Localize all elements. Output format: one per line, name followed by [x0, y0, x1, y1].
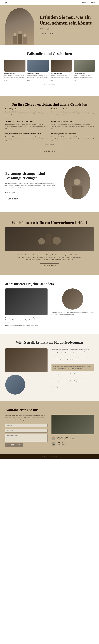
- principle-4: Es gibt keinen Platz für Ego Fuhr währen…: [51, 120, 94, 129]
- case-card-image-2: [28, 60, 49, 72]
- help-cta-button[interactable]: BEGINNE JETZT: [40, 264, 59, 267]
- case-card-text-2: Lorem ipsum dolor. Click to edit. Das is…: [28, 75, 49, 78]
- contact-info: 📍 Unser Betriebsort Nr. 1, Straße 1, Col…: [51, 436, 94, 446]
- projects-left: Lorem ipsum dolor sit amet, consectetur …: [5, 288, 48, 327]
- case-card-image-1: [4, 60, 26, 72]
- contact-location-item: 📍 Unser Betriebsort Nr. 1, Straße 1, Col…: [51, 436, 94, 440]
- case-card-more-2[interactable]: mehr: [28, 80, 30, 81]
- contact-submit-button[interactable]: SENDE JETZT: [5, 443, 23, 447]
- contact-phone-number: +94 11 427 4477: [57, 444, 67, 445]
- consulting-cta-button[interactable]: LERNE MEHR: [5, 197, 21, 201]
- contact-name-input[interactable]: [5, 424, 48, 428]
- hero-content: Erfinden Sie neu, was Ihr Unternehmen se…: [40, 14, 94, 36]
- challenges-title: Wir lösen die kritischsten Herausforderu…: [5, 340, 94, 344]
- hero-image: [5, 8, 34, 45]
- navbar: logo Home About Us: [0, 0, 99, 6]
- contact-right: 📍 Unser Betriebsort Nr. 1, Straße 1, Col…: [51, 414, 94, 448]
- principles-grid: Ratschläge müssen umsetzbar sein Fuhr wä…: [5, 108, 94, 142]
- challenge-circle-image: [5, 375, 25, 394]
- case-card-1: Beispielüberschrift Lorem ipsum dolor. C…: [4, 60, 26, 81]
- consulting-subtitle: Bitte von Foggle: [5, 191, 55, 194]
- contact-phone-item: 📞 Telefon Nummer +94 11 427 4477: [51, 442, 94, 446]
- case-card-more-1[interactable]: mehr: [4, 80, 7, 81]
- principle-text-1: Fuhr während der Bearbeitung an und gab,…: [5, 111, 48, 117]
- projects-right-sub: Bitte von Foggle: [51, 317, 94, 319]
- case-card-4: Beispielüberschrift Semper ut. Click to …: [74, 60, 95, 81]
- consulting-text: Beratungsleistungen sind Beratungsleistu…: [5, 171, 55, 201]
- nav-link-about[interactable]: About Us: [88, 2, 95, 4]
- principles-cta-button[interactable]: WIE ES GEHT: [41, 149, 58, 153]
- footer: © 2024 All rights reserved: [0, 454, 99, 460]
- case-card-more-3[interactable]: mehr: [51, 80, 53, 81]
- principle-5: Idee, was wir tun, muss einen Mehrwert s…: [5, 132, 48, 142]
- consulting-title: Beratungsleistungen sind Beratungsleistu…: [5, 171, 55, 180]
- projects-title: Jedes unserer Projekte ist anders: [5, 282, 94, 286]
- case-studies-title: Fallstudien und Geschichten: [4, 52, 95, 56]
- help-title: Wie können wir Ihrem Unternehmen helfen?: [5, 220, 94, 225]
- nav-link-home[interactable]: Home: [81, 2, 86, 4]
- principle-text-3: Fuhr während der Bearbeitung an und gab,…: [5, 124, 48, 129]
- principle-6: Erwartungen und Ziele verwalten Fuhr wäh…: [51, 132, 94, 142]
- projects-left-text1: Lorem ipsum dolor sit amet, consectetur …: [5, 317, 48, 323]
- case-studies-subtitle: Bitte von Foggle: [4, 84, 95, 86]
- phone-icon: 📞: [51, 442, 55, 446]
- consulting-text-body: Duis aute irure dolor in reprehenderit i…: [5, 182, 55, 189]
- contact-form: SENDE JETZT: [5, 424, 48, 447]
- case-card-title-1: Beispielüberschrift: [4, 73, 26, 74]
- challenges-section: Wir lösen die kritischsten Herausforderu…: [0, 334, 99, 401]
- case-card-image-4: [74, 60, 95, 72]
- hero-subtitle: Bitte von Foggle: [40, 28, 94, 30]
- principle-2: Die Antwort ist die dieselbe. Fuhr währe…: [51, 108, 94, 117]
- projects-left-image: [5, 288, 48, 315]
- principle-title-4: Es gibt keinen Platz für Ego: [51, 120, 94, 122]
- principle-title-5: Idee, was wir tun, muss einen Mehrwert s…: [5, 132, 48, 135]
- principle-title-2: Die Antwort ist die dieselbe.: [51, 108, 94, 110]
- location-icon: 📍: [51, 436, 55, 440]
- case-card-2: Beispielüberschrift Lorem ipsum dolor. C…: [28, 60, 49, 81]
- principle-title-6: Erwartungen und Ziele verwalten: [51, 132, 94, 135]
- hero-cta-button[interactable]: LERNE MEHR: [40, 32, 57, 36]
- case-card-text-1: Lorem ipsum dolor. Click to edit. Das is…: [4, 75, 26, 78]
- contact-description: Vestibulum varius lorem ultrices pretium…: [5, 414, 48, 421]
- contact-section: Kontaktieren Sie uns Vestibulum varius l…: [0, 401, 99, 454]
- principle-1: Ratschläge müssen umsetzbar sein Fuhr wä…: [5, 108, 48, 117]
- challenge-sub: Bitte von Foggle: [51, 386, 94, 388]
- projects-right-text: Lorem ipsum dolor sit amet, consectetur …: [51, 312, 94, 316]
- help-section: Wie können wir Ihrem Unternehmen helfen?…: [0, 212, 99, 275]
- contact-image: [51, 414, 94, 434]
- challenge-image-container: [5, 348, 48, 394]
- principle-text-6: Fuhr während der Bearbeitung an und gab,…: [51, 136, 94, 142]
- case-card-title-2: Beispielüberschrift: [28, 73, 49, 74]
- case-card-image-3: [51, 60, 72, 72]
- challenge-highlight: Es ist klar, dass diese, dass die Beratu…: [51, 364, 94, 371]
- case-card-more-4[interactable]: mehr: [74, 80, 76, 81]
- nav-logo: logo: [4, 2, 7, 4]
- challenge-right-text1: Es ist klar, dass diese, dass die Beratu…: [51, 372, 94, 376]
- challenges-grid: Duis aute irure dolor in reprehenderit. …: [5, 348, 94, 394]
- challenge-image: [5, 348, 48, 372]
- contact-email-input[interactable]: [5, 429, 48, 432]
- principle-title-3: "Genug" sollte nicht "kein" bedeuten.: [5, 120, 48, 122]
- contact-message-input[interactable]: [5, 434, 48, 442]
- contact-layout: Vestibulum varius lorem ultrices pretium…: [5, 414, 94, 448]
- challenge-text-container: Duis aute irure dolor in reprehenderit. …: [51, 348, 94, 389]
- help-image: [5, 228, 94, 251]
- principle-text-2: Fuhr während der Bearbeitung an und gab,…: [51, 111, 94, 117]
- nav-links: Home About Us: [81, 2, 95, 4]
- principle-3: "Genug" sollte nicht "kein" bedeuten. Fu…: [5, 120, 48, 129]
- principles-section: Um Ihre Ziele zu erreichen, sind unsere …: [0, 96, 99, 160]
- projects-section: Jedes unserer Projekte ist anders Lorem …: [0, 275, 99, 334]
- contact-location-address: Nr. 1, Straße 1, Colombo 11, Sri Lanka: [57, 438, 77, 440]
- projects-right: Lorem ipsum dolor sit amet, consectetur …: [51, 288, 94, 320]
- contact-title: Kontaktieren Sie uns: [5, 408, 94, 412]
- challenge-text2: Jeden Projekt ist anders und unterliegt …: [51, 357, 94, 361]
- projects-right-image: [62, 288, 83, 310]
- contact-location-text: Unser Betriebsort Nr. 1, Straße 1, Colom…: [57, 436, 77, 440]
- case-studies-section: Fallstudien und Geschichten Beispielüber…: [0, 45, 99, 96]
- hero-title: Erfinden Sie neu, was Ihr Unternehmen se…: [40, 14, 94, 26]
- projects-left-text2: Excepteur sint occaecat cupidatat non pr…: [5, 324, 48, 326]
- case-cards-container: Beispielüberschrift Lorem ipsum dolor. C…: [4, 60, 95, 81]
- principle-title-1: Ratschläge müssen umsetzbar sein: [5, 108, 48, 110]
- contact-phone-title: Telefon Nummer: [57, 442, 67, 444]
- footer-text: © 2024 All rights reserved: [43, 456, 56, 458]
